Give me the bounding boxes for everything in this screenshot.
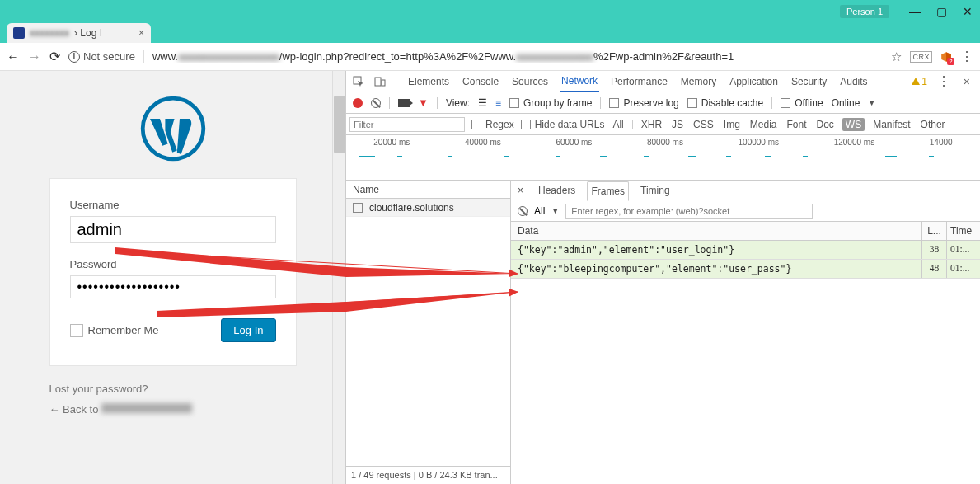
regex-label: Regex xyxy=(485,119,514,130)
tick: 20000 ms xyxy=(373,138,410,147)
tab-audits[interactable]: Audits xyxy=(838,72,869,92)
col-data[interactable]: Data xyxy=(511,222,922,240)
bookmark-star-icon[interactable]: ☆ xyxy=(891,49,902,64)
tab-performance[interactable]: Performance xyxy=(609,72,669,92)
tab-title-suffix: › Log I xyxy=(74,27,102,39)
record-button[interactable] xyxy=(353,98,363,108)
tab-timing[interactable]: Timing xyxy=(637,181,673,200)
filter-img[interactable]: Img xyxy=(722,119,742,130)
remember-me-checkbox[interactable]: Remember Me xyxy=(70,324,159,337)
group-by-frame-checkbox[interactable]: Group by frame xyxy=(509,97,592,109)
frame-data: {"key":"admin","element":"user_login"} xyxy=(511,241,922,259)
filter-toggle-icon[interactable]: ▼ xyxy=(418,96,429,109)
disable-cache-checkbox[interactable]: Disable cache xyxy=(687,97,763,109)
offline-checkbox[interactable]: Offline xyxy=(781,97,823,109)
tab-sources[interactable]: Sources xyxy=(510,72,550,92)
tab-headers[interactable]: Headers xyxy=(535,181,579,200)
filter-css[interactable]: CSS xyxy=(692,119,715,130)
frames-regex-input[interactable] xyxy=(565,204,813,219)
back-to-link[interactable]: ← Back to xyxy=(49,403,99,416)
close-button[interactable]: ✕ xyxy=(962,5,973,18)
login-button[interactable]: Log In xyxy=(221,318,275,342)
throttle-select[interactable]: Online xyxy=(832,97,860,109)
timeline-overview[interactable]: 20000 ms 40000 ms 60000 ms 80000 ms 1000… xyxy=(346,135,980,181)
filter-xhr[interactable]: XHR xyxy=(640,119,663,130)
svg-rect-2 xyxy=(375,78,381,86)
devtools-close-button[interactable]: × xyxy=(960,75,973,88)
tab-application[interactable]: Application xyxy=(728,72,780,92)
filter-input[interactable] xyxy=(349,117,465,132)
tab-elements[interactable]: Elements xyxy=(406,72,451,92)
extension-badge: 2 xyxy=(947,58,954,65)
filter-other[interactable]: Other xyxy=(919,119,947,130)
regex-checkbox[interactable]: Regex xyxy=(471,119,514,130)
scrollbar-thumb[interactable] xyxy=(334,96,345,153)
status-footer: 1 / 49 requests | 0 B / 24.3 KB tran... xyxy=(346,466,510,484)
tab-console[interactable]: Console xyxy=(461,72,500,92)
forward-button[interactable]: → xyxy=(28,49,41,64)
tab-strip: xxxxxxxx › Log I × xyxy=(0,23,980,43)
hide-urls-checkbox[interactable]: Hide data URLs xyxy=(521,119,605,130)
lost-password-link[interactable]: Lost your password? xyxy=(49,383,297,395)
username-field[interactable] xyxy=(70,216,276,243)
filter-all[interactable]: All xyxy=(611,119,625,130)
svg-rect-3 xyxy=(382,80,385,86)
password-label: Password xyxy=(70,258,276,270)
new-tab-button[interactable] xyxy=(156,28,171,43)
frame-row[interactable]: {"key":"admin","element":"user_login"} 3… xyxy=(511,241,980,260)
screenshot-icon[interactable] xyxy=(398,99,410,107)
tab-frames[interactable]: Frames xyxy=(587,181,629,201)
detail-tabs: × Headers Frames Timing xyxy=(511,181,980,200)
url-mid: /wp-login.php?redirect_to=http%3A%2F%2Fw… xyxy=(279,50,516,63)
browser-tab[interactable]: xxxxxxxx › Log I × xyxy=(7,23,151,43)
address-bar[interactable]: www.aaaaaaaaaaaaaaaaa/wp-login.php?redir… xyxy=(152,50,884,63)
extension-cube-icon[interactable]: 2 xyxy=(940,51,952,63)
request-row[interactable]: cloudflare.solutions xyxy=(346,199,510,217)
scrollbar[interactable] xyxy=(332,71,345,484)
chevron-down-icon[interactable]: ▼ xyxy=(551,207,559,215)
waterfall-toggle-icon[interactable]: ≡ xyxy=(495,97,501,109)
col-time[interactable]: Time xyxy=(947,222,980,240)
warning-icon xyxy=(912,78,920,85)
clear-button[interactable] xyxy=(371,98,381,108)
device-toggle-icon[interactable] xyxy=(374,76,386,87)
tab-security[interactable]: Security xyxy=(790,72,828,92)
menu-button[interactable]: ⋮ xyxy=(960,49,973,64)
frame-row[interactable]: {"key":"bleepingcomputer","element":"use… xyxy=(511,260,980,279)
close-detail-button[interactable]: × xyxy=(518,185,527,196)
maximize-button[interactable]: ▢ xyxy=(935,5,947,18)
chevron-down-icon[interactable]: ▼ xyxy=(868,99,875,107)
minimize-button[interactable]: — xyxy=(909,5,921,18)
tick: 120000 ms xyxy=(834,138,874,147)
filter-font[interactable]: Font xyxy=(785,119,809,130)
password-field[interactable] xyxy=(70,275,276,298)
network-toolbar: ▼ View: ☰ ≡ Group by frame Preserve log … xyxy=(346,92,980,114)
column-name[interactable]: Name xyxy=(346,181,510,199)
filter-doc[interactable]: Doc xyxy=(815,119,836,130)
tick: 100000 ms xyxy=(739,138,779,147)
tab-memory[interactable]: Memory xyxy=(679,72,718,92)
crx-badge[interactable]: CRX xyxy=(910,51,932,63)
large-rows-icon[interactable]: ☰ xyxy=(478,97,487,109)
preserve-log-checkbox[interactable]: Preserve log xyxy=(609,97,678,109)
col-length[interactable]: L... xyxy=(922,222,947,240)
filter-media[interactable]: Media xyxy=(748,119,779,130)
filter-manifest[interactable]: Manifest xyxy=(871,119,912,130)
clear-frames-button[interactable] xyxy=(518,206,528,216)
frames-all-select[interactable]: All xyxy=(534,205,545,217)
reload-button[interactable]: ⟳ xyxy=(49,49,60,64)
filter-js[interactable]: JS xyxy=(670,119,685,130)
devtools-menu-button[interactable]: ⋮ xyxy=(937,73,950,89)
warnings-badge[interactable]: 1 xyxy=(912,76,927,87)
inspect-element-icon[interactable] xyxy=(353,76,364,87)
filter-ws[interactable]: WS xyxy=(842,118,865,131)
tab-close-icon[interactable]: × xyxy=(138,27,144,39)
security-indicator[interactable]: i Not secure xyxy=(68,50,135,63)
tab-network[interactable]: Network xyxy=(560,71,599,92)
back-button[interactable]: ← xyxy=(7,49,20,64)
frames-filter-bar: All ▼ xyxy=(511,200,980,222)
profile-chip[interactable]: Person 1 xyxy=(840,5,889,18)
wordpress-logo-icon xyxy=(140,96,206,162)
disable-label: Disable cache xyxy=(701,97,763,109)
info-icon: i xyxy=(68,51,80,63)
